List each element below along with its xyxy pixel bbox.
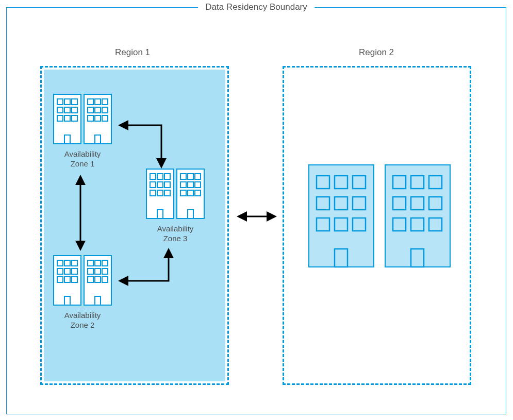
availability-zone-2: Availability Zone 2 [53,255,112,330]
zone-label-line: Availability [64,149,101,158]
zone-label-line: Zone 2 [71,321,95,329]
zone-label-line: Zone 3 [163,234,188,243]
arrow-zone1-zone2 [73,173,88,255]
datacenter-building-icon [176,169,205,219]
region2-buildings [308,164,451,268]
region1-label: Region 1 [115,47,150,58]
datacenter-building-icon [84,94,112,144]
zone3-label: Availability Zone 3 [146,224,205,244]
zone2-buildings [53,255,112,306]
arrow-zone1-zone3 [115,116,177,173]
datacenter-building-large-icon [384,164,451,268]
datacenter-building-icon [53,255,81,306]
region2-label: Region 2 [359,47,394,58]
zone2-label: Availability Zone 2 [53,311,112,330]
zone-label-line: Availability [64,311,101,320]
zone-label-line: Zone 1 [71,159,95,168]
datacenter-building-large-icon [308,164,375,268]
zone3-buildings [146,169,205,219]
availability-zone-3: Availability Zone 3 [146,169,205,244]
arrow-region1-region2 [235,209,281,224]
datacenter-building-icon [146,169,174,219]
zone1-label: Availability Zone 1 [53,149,112,169]
datacenter-building-icon [84,255,112,306]
zone1-buildings [53,94,112,144]
availability-zone-1: Availability Zone 1 [53,94,112,169]
datacenter-building-icon [53,94,81,144]
arrow-zone2-zone3 [115,245,182,291]
boundary-label: Data Residency Boundary [198,2,315,12]
diagram-canvas: Data Residency Boundary Region 1 Region … [0,0,513,420]
data-residency-boundary: Data Residency Boundary Region 1 Region … [6,7,506,414]
zone-label-line: Availability [157,224,194,233]
